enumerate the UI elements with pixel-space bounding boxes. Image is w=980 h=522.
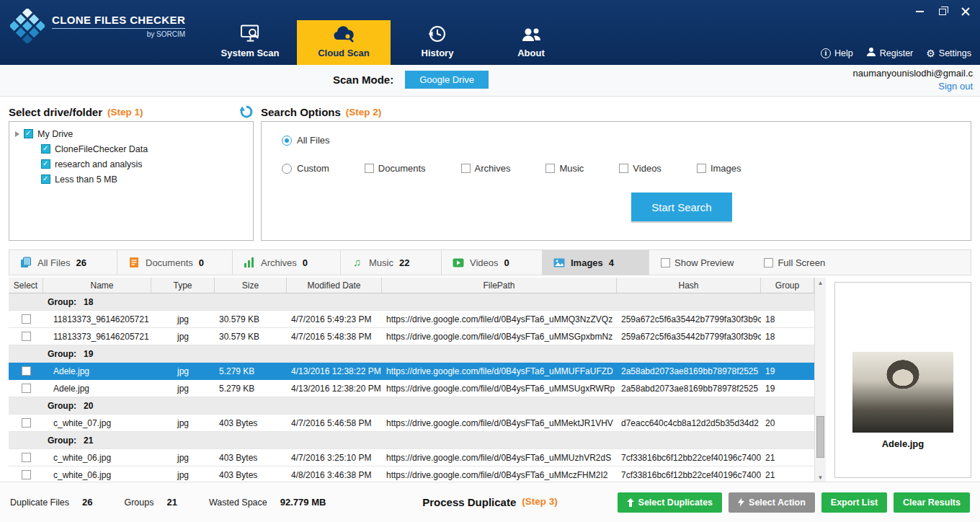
file-row[interactable]: c_white_06.jpgjpg403 Bytes4/7/2016 3:25:… <box>9 449 826 466</box>
arrow-up-icon <box>627 498 634 507</box>
refresh-button[interactable] <box>239 105 254 119</box>
column-header-group[interactable]: Group <box>761 278 814 293</box>
tree-item-clonefilechecker-data[interactable]: CloneFileChecker Data <box>9 141 253 156</box>
file-group: 18 <box>761 328 814 345</box>
step1-label: (Step 1) <box>107 107 143 118</box>
file-type: jpg <box>151 328 215 345</box>
preview-caption: Adele.jpg <box>882 438 925 449</box>
file-row[interactable]: c_white_06.jpgjpg403 Bytes4/8/2016 3:46:… <box>9 466 826 483</box>
file-row[interactable]: 11813373_96146205721jpg30.579 KB4/7/2016… <box>9 311 826 328</box>
archives-checkbox-label: Archives <box>475 163 511 174</box>
column-header-modified-date[interactable]: Modified Date <box>287 278 382 293</box>
row-select-checkbox[interactable] <box>22 314 31 324</box>
tab-label: Music <box>369 257 393 268</box>
tree-item-less-than-5mb[interactable]: Less than 5 MB <box>9 172 253 187</box>
settings-link[interactable]: ⚙ Settings <box>926 48 971 58</box>
results-tab-images[interactable]: Images 4 <box>543 250 649 275</box>
expander-icon[interactable] <box>15 131 19 137</box>
register-link[interactable]: Register <box>866 47 914 59</box>
tree-checkbox[interactable] <box>41 144 50 154</box>
music-checkbox[interactable] <box>545 164 555 173</box>
app-title: CLONE FILES CHECKER <box>52 14 185 29</box>
results-tab-all-files[interactable]: All Files 26 <box>9 250 117 275</box>
tab-history[interactable]: History <box>391 20 484 65</box>
column-header-name[interactable]: Name <box>43 278 151 293</box>
file-row[interactable]: c_white_07.jpgjpg403 Bytes4/7/2016 5:46:… <box>9 415 826 432</box>
file-name: 11813373_96146205721 <box>43 311 151 327</box>
row-select-checkbox[interactable] <box>22 453 31 462</box>
tab-system-scan[interactable]: System Scan <box>203 20 297 65</box>
close-button[interactable] <box>960 6 971 17</box>
group-label: Group: 19 <box>43 345 826 362</box>
scrollbar-thumb[interactable] <box>816 416 824 458</box>
show-preview-checkbox[interactable] <box>661 258 670 267</box>
tree-item-my-drive[interactable]: My Drive <box>9 126 253 141</box>
scroll-up-icon[interactable]: ▲ <box>815 278 826 288</box>
custom-radio[interactable] <box>282 164 292 174</box>
table-body: Group: 1811813373_96146205721jpg30.579 K… <box>9 293 826 483</box>
help-label: Help <box>834 48 853 58</box>
file-row[interactable]: Adele.jpgjpg5.279 KB4/13/2016 12:38:20 P… <box>9 380 826 397</box>
row-select-checkbox[interactable] <box>22 384 31 393</box>
show-preview-option[interactable]: Show Preview <box>661 250 734 275</box>
google-drive-button[interactable]: Google Drive <box>405 71 489 89</box>
tree-checkbox[interactable] <box>41 159 50 169</box>
vertical-scrollbar[interactable]: ▲ ▼ <box>814 278 826 483</box>
file-row[interactable]: 11813373_96146205721jpg30.579 KB4/7/2016… <box>9 328 826 345</box>
all-files-radio[interactable] <box>282 136 292 146</box>
tab-about[interactable]: About <box>484 20 578 65</box>
tab-label: Images <box>571 257 603 268</box>
file-modified-date: 4/13/2016 12:38:20 PM <box>287 380 382 397</box>
select-action-button[interactable]: Select Action <box>729 492 815 513</box>
full-screen-checkbox[interactable] <box>764 258 773 267</box>
file-row[interactable]: Adele.jpgjpg5.279 KB4/13/2016 12:38:22 P… <box>9 363 826 380</box>
column-header-size[interactable]: Size <box>215 278 287 293</box>
column-header-hash[interactable]: Hash <box>617 278 761 293</box>
archives-checkbox[interactable] <box>461 164 471 173</box>
file-name: Adele.jpg <box>43 363 151 379</box>
lightning-icon <box>738 497 744 507</box>
tree-label: Less than 5 MB <box>55 174 117 185</box>
results-tab-videos[interactable]: Videos 0 <box>442 250 543 275</box>
tab-cloud-scan[interactable]: Cloud Scan <box>297 20 391 65</box>
account-email: naumanyounislodhi@gmail.c <box>853 67 973 80</box>
tree-item-research-and-analysis[interactable]: research and analysis <box>9 156 253 172</box>
minimize-button[interactable] <box>914 6 925 17</box>
file-modified-date: 4/7/2016 3:25:10 PM <box>287 449 382 466</box>
sign-out-link[interactable]: Sign out <box>853 80 973 93</box>
results-tab-documents[interactable]: Documents 0 <box>117 250 233 275</box>
select-duplicates-button[interactable]: Select Duplicates <box>618 492 723 513</box>
images-checkbox-label: Images <box>710 163 741 174</box>
tree-checkbox[interactable] <box>24 129 33 138</box>
full-screen-option[interactable]: Full Screen <box>764 250 825 275</box>
cloud-scan-icon <box>332 23 355 43</box>
tree-checkbox[interactable] <box>41 174 50 184</box>
images-checkbox[interactable] <box>697 164 706 173</box>
column-header-filepath[interactable]: FilePath <box>382 278 617 293</box>
clear-results-button[interactable]: Clear Results <box>894 492 970 513</box>
column-header-type[interactable]: Type <box>151 278 215 293</box>
start-search-button[interactable]: Start Search <box>631 193 732 221</box>
row-select-checkbox[interactable] <box>22 366 31 376</box>
file-path: https://drive.google.com/file/d/0B4ysFTa… <box>382 415 617 431</box>
file-name: c_white_06.jpg <box>43 449 151 466</box>
documents-checkbox[interactable] <box>365 164 374 173</box>
search-panel-title: Search Options <box>261 106 341 118</box>
stat-value: 26 <box>82 497 92 508</box>
column-header-select[interactable]: Select <box>9 278 43 293</box>
file-modified-date: 4/7/2016 5:49:23 PM <box>287 311 382 327</box>
maximize-button[interactable] <box>937 6 948 17</box>
export-list-button[interactable]: Export List <box>821 492 887 513</box>
results-tab-archives[interactable]: Archives 0 <box>233 250 341 275</box>
videos-checkbox[interactable] <box>619 164 628 173</box>
results-tab-music[interactable]: ♫ Music 22 <box>341 250 442 275</box>
row-select-checkbox[interactable] <box>22 470 31 479</box>
row-select-checkbox[interactable] <box>22 332 31 341</box>
app-logo: CLONE FILES CHECKER by SORCIM <box>10 9 185 43</box>
row-select-checkbox[interactable] <box>22 418 31 428</box>
file-path: https://drive.google.com/file/d/0B4ysFTa… <box>382 449 617 466</box>
tab-count: 26 <box>76 257 86 268</box>
app-subtitle: by SORCIM <box>52 30 185 38</box>
system-scan-icon <box>241 23 260 43</box>
help-link[interactable]: i Help <box>821 48 853 58</box>
